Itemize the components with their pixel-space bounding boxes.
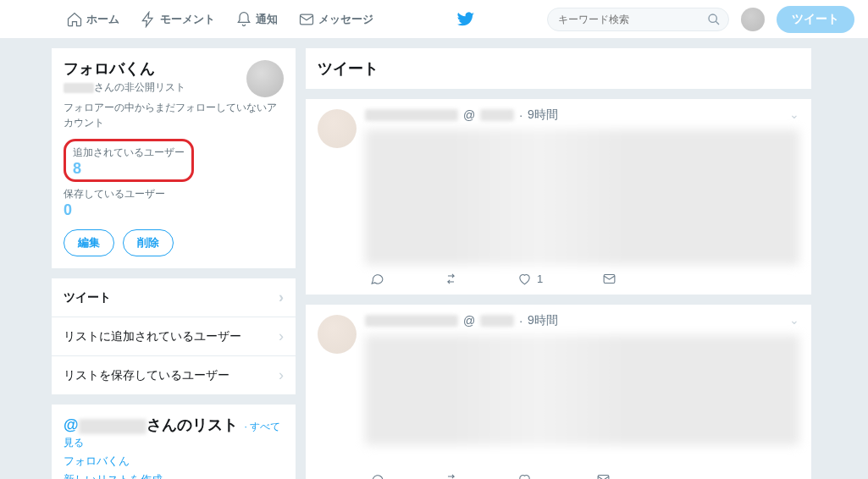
tweet-handle-redacted	[480, 109, 514, 121]
list-link-1[interactable]: フォロバくん	[64, 454, 284, 469]
tweet-item[interactable]: ⌄ @ · 9時間	[305, 304, 812, 479]
nav-moments[interactable]: モーメント	[130, 11, 225, 28]
nav-moments-label: モーメント	[160, 12, 215, 27]
tweet-meta: @ · 9時間	[365, 107, 799, 123]
reply-icon	[370, 272, 384, 286]
search-wrap	[547, 8, 729, 31]
subscribers-stat: 保存しているユーザー 0	[64, 187, 284, 219]
reply-button[interactable]	[370, 272, 384, 286]
tweet-content-redacted	[365, 335, 799, 445]
envelope-icon	[602, 272, 616, 286]
like-button[interactable]: 1	[517, 272, 543, 286]
user-avatar[interactable]	[741, 8, 765, 31]
tweet-meta: @ · 9時間	[365, 313, 799, 328]
tweet-time[interactable]: 9時間	[528, 107, 558, 123]
list-description: フォロアーの中からまだフォローしていないアカウント	[64, 100, 284, 130]
chevron-right-icon: ›	[279, 289, 284, 306]
retweet-icon	[444, 472, 458, 479]
members-label: 追加されているユーザー	[73, 146, 185, 158]
username-redacted	[79, 419, 147, 434]
chevron-right-icon: ›	[279, 366, 284, 384]
tweet-actions	[365, 465, 799, 479]
sidebar: フォロバくん さんの非公開リスト フォロアーの中からまだフォローしていないアカウ…	[51, 47, 296, 479]
nav-notifications-label: 通知	[256, 12, 278, 27]
share-button[interactable]	[602, 272, 616, 286]
tweet-avatar[interactable]	[318, 109, 357, 148]
heart-icon	[517, 472, 532, 479]
search-icon	[707, 13, 721, 26]
delete-button[interactable]: 削除	[123, 229, 174, 256]
svg-point-1	[709, 14, 716, 22]
tab-tweets[interactable]: ツイート ›	[52, 278, 296, 317]
heart-icon	[517, 272, 532, 286]
nav-messages[interactable]: メッセージ	[288, 11, 384, 28]
reply-icon	[370, 472, 384, 479]
twitter-logo-icon	[456, 10, 475, 29]
tweet-author-redacted	[365, 315, 458, 327]
tweet-item[interactable]: ⌄ @ · 9時間 1	[305, 98, 812, 295]
compose-tweet-button[interactable]: ツイート	[777, 6, 854, 33]
nav-messages-label: メッセージ	[318, 12, 373, 27]
retweet-button[interactable]	[444, 272, 458, 286]
edit-button[interactable]: 編集	[64, 229, 114, 256]
user-lists-heading: さんのリスト	[147, 416, 238, 433]
tweet-time[interactable]: 9時間	[528, 313, 558, 328]
envelope-icon	[298, 11, 315, 28]
list-owner-avatar[interactable]	[246, 60, 284, 97]
subscribers-count[interactable]: 0	[64, 201, 284, 219]
create-list-link[interactable]: 新しいリストを作成	[64, 472, 284, 479]
nav-home-label: ホーム	[86, 12, 119, 27]
retweet-button[interactable]	[444, 472, 458, 479]
timeline-heading: ツイート	[305, 47, 812, 90]
at-symbol: @	[64, 416, 79, 433]
nav-notifications[interactable]: 通知	[225, 11, 288, 28]
main-column: ツイート ⌄ @ · 9時間 1 ⌄	[305, 47, 812, 479]
tweet-handle-redacted	[480, 315, 514, 327]
tweet-menu-icon[interactable]: ⌄	[789, 313, 799, 327]
tab-subscribers[interactable]: リストを保存しているユーザー ›	[52, 355, 296, 394]
nav-home[interactable]: ホーム	[56, 11, 130, 28]
like-button[interactable]	[517, 472, 537, 479]
members-stat-highlighted: 追加されているユーザー 8	[64, 139, 194, 182]
list-tabs-card: ツイート › リストに追加されているユーザー › リストを保存しているユーザー …	[51, 278, 296, 395]
tweet-content-redacted	[365, 129, 799, 265]
svg-rect-0	[301, 14, 313, 25]
top-nav: ホーム モーメント 通知 メッセージ ツイート	[0, 0, 868, 39]
owner-name-redacted	[64, 83, 94, 93]
search-input[interactable]	[547, 8, 729, 31]
like-count: 1	[537, 273, 543, 285]
list-header-card: フォロバくん さんの非公開リスト フォロアーの中からまだフォローしていないアカウ…	[51, 47, 296, 269]
share-button[interactable]	[596, 472, 611, 479]
svg-rect-2	[604, 275, 615, 284]
envelope-icon	[596, 472, 611, 479]
tab-members[interactable]: リストに追加されているユーザー ›	[52, 317, 296, 355]
chevron-right-icon: ›	[279, 328, 284, 345]
moments-icon	[140, 11, 157, 28]
tweet-author-redacted	[365, 109, 458, 121]
tweet-avatar[interactable]	[318, 315, 357, 354]
reply-button[interactable]	[370, 472, 384, 479]
retweet-icon	[444, 272, 458, 286]
home-icon	[66, 11, 83, 28]
user-lists-card: @さんのリスト · すべて見る フォロバくん 新しいリストを作成	[51, 404, 296, 479]
tweet-menu-icon[interactable]: ⌄	[789, 107, 799, 121]
bell-icon	[235, 11, 252, 28]
members-count[interactable]: 8	[73, 160, 81, 177]
subscribers-label: 保存しているユーザー	[64, 187, 284, 201]
tweet-actions: 1	[365, 265, 799, 289]
